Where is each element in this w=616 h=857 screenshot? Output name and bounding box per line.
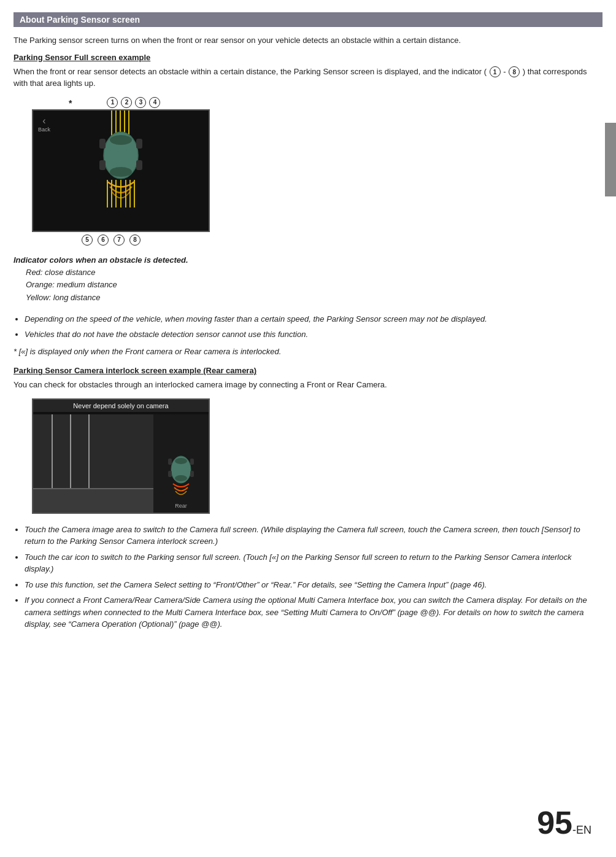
- indicator-yellow: Yellow: long distance: [26, 292, 603, 304]
- svg-rect-24: [168, 471, 172, 477]
- svg-point-7: [110, 167, 132, 177]
- camera-warning-text: Never depend solely on camera: [73, 402, 168, 409]
- bullet-camera-3: To use this function, set the Camera Sel…: [25, 579, 603, 591]
- svg-rect-22: [168, 459, 172, 465]
- footnote: * [«] is displayed only when the Front c…: [13, 346, 603, 358]
- indicator-num-5: 5: [82, 235, 93, 246]
- car-screen: ‹ Back: [32, 109, 210, 232]
- camera-screen: Never depend solely on camera: [32, 398, 210, 514]
- bullet-item-1: Depending on the speed of the vehicle, w…: [25, 313, 603, 325]
- num-1: 1: [490, 66, 501, 77]
- indicator-num-8: 8: [129, 235, 141, 246]
- diagram-area: * 1 2 3 4 ‹ Back: [32, 97, 603, 246]
- section-header: About Parking Sensor screen: [13, 12, 603, 27]
- indicator-num-3: 3: [135, 97, 146, 108]
- page-number: 95: [537, 805, 572, 840]
- camera-content: Rear: [33, 414, 209, 513]
- svg-point-20: [175, 458, 187, 464]
- subheading1: Parking Sensor Full screen example: [13, 53, 603, 62]
- intro-paragraph: The Parking sensor screen turns on when …: [13, 34, 603, 47]
- svg-rect-10: [99, 160, 106, 170]
- section-header-text: About Parking Sensor screen: [20, 15, 140, 25]
- right-tab: [605, 123, 616, 196]
- camera-mini-view: Rear: [153, 414, 209, 513]
- num-8: 8: [509, 66, 520, 77]
- svg-rect-23: [190, 459, 194, 465]
- bullet-item-2: Vehicles that do not have the obstacle d…: [25, 328, 603, 341]
- indicator-num-4: 4: [149, 97, 160, 108]
- rear-label: Rear: [175, 503, 187, 509]
- bullets-section2: Touch the Camera image area to switch to…: [25, 524, 603, 630]
- back-label: ‹ Back: [38, 115, 50, 133]
- indicator-title: Indicator colors when an obstacle is det…: [13, 255, 603, 265]
- camera-screen-wrapper: Never depend solely on camera: [32, 398, 603, 514]
- svg-rect-11: [136, 160, 142, 170]
- bullet-camera-1: Touch the Camera image area to switch to…: [25, 524, 603, 548]
- indicator-colors-section: Indicator colors when an obstacle is det…: [13, 255, 603, 304]
- subheading1-desc: When the front or rear sensor detects an…: [13, 66, 603, 90]
- indicator-num-2: 2: [121, 97, 132, 108]
- bullet-camera-2: Touch the car icon to switch to the Park…: [25, 551, 603, 575]
- page-suffix: -EN: [572, 824, 591, 836]
- svg-point-6: [110, 135, 132, 145]
- svg-rect-25: [190, 471, 194, 477]
- svg-rect-9: [136, 139, 142, 149]
- indicator-red: Red: close distance: [26, 266, 603, 279]
- svg-point-21: [175, 475, 187, 481]
- svg-rect-8: [99, 139, 106, 149]
- page-number-area: 95-EN: [537, 807, 591, 839]
- indicator-orange: Orange: medium distance: [26, 279, 603, 292]
- indicator-num-1: 1: [107, 97, 118, 108]
- camera-main-view: [33, 414, 153, 513]
- subheading2: Parking Sensor Camera interlock screen e…: [13, 366, 603, 375]
- car-body-svg: [84, 128, 158, 207]
- bullets-section1: Depending on the speed of the vehicle, w…: [25, 313, 603, 341]
- indicator-num-7: 7: [114, 235, 125, 246]
- subheading2-desc: You can check for obstacles through an i…: [13, 379, 603, 391]
- indicator-num-6: 6: [98, 235, 109, 246]
- camera-warning-bar: Never depend solely on camera: [33, 400, 209, 412]
- star-label: *: [69, 98, 72, 108]
- bullet-camera-4: If you connect a Front Camera/Rear Camer…: [25, 594, 603, 630]
- mini-car-svg: [160, 451, 202, 500]
